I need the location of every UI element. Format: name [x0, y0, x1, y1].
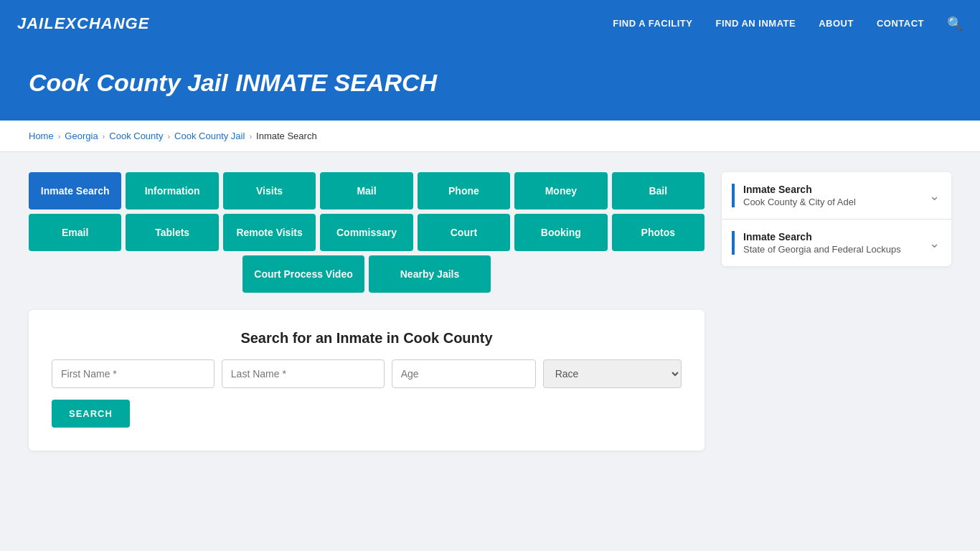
page-title-italic: INMATE SEARCH: [235, 69, 437, 96]
race-select[interactable]: Race White Black Hispanic Asian Other: [543, 359, 682, 388]
sidebar-item-1[interactable]: Inmate Search Cook County & City of Adel…: [722, 172, 951, 220]
breadcrumb-sep-2: ›: [103, 132, 105, 141]
main-content: Inmate Search Information Visits Mail Ph…: [0, 152, 980, 471]
tab-row-3: Court Process Video Nearby Jails: [29, 255, 705, 293]
sidebar-item-1-left: Inmate Search Cook County & City of Adel: [732, 184, 856, 207]
nav-contact[interactable]: CONTACT: [877, 18, 924, 29]
tab-court[interactable]: Court: [418, 214, 510, 251]
search-button[interactable]: SEARCH: [52, 400, 130, 428]
breadcrumb-cook-county[interactable]: Cook County: [109, 131, 163, 141]
tab-information[interactable]: Information: [126, 172, 218, 209]
nav-about[interactable]: ABOUT: [819, 18, 854, 29]
navbar: JAILEXCHANGE FIND A FACILITY FIND AN INM…: [0, 0, 980, 47]
tab-phone[interactable]: Phone: [418, 172, 510, 209]
search-form-title: Search for an Inmate in Cook County: [52, 330, 682, 347]
tab-booking[interactable]: Booking: [514, 214, 607, 251]
breadcrumb-sep-1: ›: [58, 132, 61, 141]
nav-find-facility[interactable]: FIND A FACILITY: [613, 18, 692, 29]
tab-nearby-jails[interactable]: Nearby Jails: [369, 255, 491, 293]
age-input[interactable]: [392, 359, 536, 388]
tab-visits[interactable]: Visits: [223, 172, 316, 209]
sidebar-item-1-title: Inmate Search: [743, 184, 856, 195]
logo-jail: JAIL: [17, 14, 55, 32]
right-sidebar: Inmate Search Cook County & City of Adel…: [722, 172, 951, 268]
tab-bail[interactable]: Bail: [612, 172, 705, 209]
search-form-card: Search for an Inmate in Cook County Race…: [29, 310, 705, 451]
breadcrumb-home[interactable]: Home: [29, 131, 54, 141]
breadcrumb-sep-4: ›: [249, 132, 252, 141]
search-fields: Race White Black Hispanic Asian Other: [52, 359, 682, 388]
last-name-input[interactable]: [222, 359, 385, 388]
sidebar-item-2-sub: State of Georgia and Federal Lockups: [743, 244, 901, 255]
logo-exchange: EXCHANGE: [55, 14, 150, 32]
sidebar-item-2-left: Inmate Search State of Georgia and Feder…: [732, 231, 901, 255]
breadcrumb: Home › Georgia › Cook County › Cook Coun…: [0, 121, 980, 152]
nav-links: FIND A FACILITY FIND AN INMATE ABOUT CON…: [613, 16, 963, 32]
page-title: Cook County Jail INMATE SEARCH: [29, 67, 951, 98]
sidebar-item-2[interactable]: Inmate Search State of Georgia and Feder…: [722, 220, 951, 266]
tab-court-process-video[interactable]: Court Process Video: [242, 255, 364, 293]
sidebar-card: Inmate Search Cook County & City of Adel…: [722, 172, 951, 266]
page-title-main: Cook County Jail: [29, 69, 228, 96]
tab-remote-visits[interactable]: Remote Visits: [223, 214, 316, 251]
tab-mail[interactable]: Mail: [320, 172, 413, 209]
tab-photos[interactable]: Photos: [612, 214, 705, 251]
breadcrumb-sep-3: ›: [167, 132, 170, 141]
tab-row-2: Email Tablets Remote Visits Commissary C…: [29, 214, 705, 251]
breadcrumb-georgia[interactable]: Georgia: [65, 131, 98, 141]
chevron-down-icon-2: ⌄: [929, 235, 940, 251]
tab-email[interactable]: Email: [29, 214, 121, 251]
breadcrumb-cook-county-jail[interactable]: Cook County Jail: [174, 131, 245, 141]
logo[interactable]: JAILEXCHANGE: [17, 14, 149, 33]
tab-tablets[interactable]: Tablets: [126, 214, 218, 251]
first-name-input[interactable]: [52, 359, 215, 388]
sidebar-item-2-title: Inmate Search: [743, 231, 901, 242]
tab-money[interactable]: Money: [514, 172, 607, 209]
nav-find-inmate[interactable]: FIND AN INMATE: [715, 18, 796, 29]
sidebar-item-1-sub: Cook County & City of Adel: [743, 197, 856, 207]
breadcrumb-current: Inmate Search: [256, 131, 317, 141]
tab-row-1: Inmate Search Information Visits Mail Ph…: [29, 172, 705, 209]
chevron-down-icon-1: ⌄: [929, 188, 940, 204]
tab-commissary[interactable]: Commissary: [320, 214, 413, 251]
hero-banner: Cook County Jail INMATE SEARCH: [0, 47, 980, 121]
left-column: Inmate Search Information Visits Mail Ph…: [29, 172, 705, 451]
search-icon[interactable]: 🔍: [947, 16, 963, 32]
tab-inmate-search[interactable]: Inmate Search: [29, 172, 121, 209]
